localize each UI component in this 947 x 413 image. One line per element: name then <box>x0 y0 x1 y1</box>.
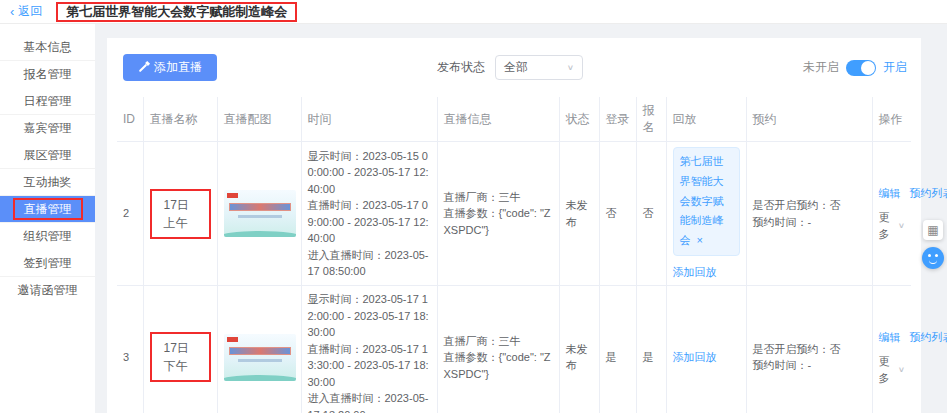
cell-reserve: 是否开启预约：否 预约时间：- <box>746 142 872 286</box>
back-button[interactable]: ‹ 返回 <box>10 3 42 20</box>
sidebar-item-basic-info[interactable]: 基本信息 <box>0 34 95 61</box>
col-info: 直播信息 <box>437 97 559 142</box>
cell-reserve: 是否开启预约：否 预约时间：- <box>746 286 872 413</box>
floating-widgets: ▦ <box>922 220 944 269</box>
table-row: 2 17日上午 显示时间：2023-05-15 00:00:00 - 2023-… <box>117 142 911 286</box>
publish-status-value: 全部 <box>504 59 528 76</box>
col-name: 直播名称 <box>143 97 217 142</box>
cell-signup: 是 <box>636 286 666 413</box>
cell-playback: 添加回放 <box>666 286 746 413</box>
playback-tag: 第七届世界智能大会数字赋能制造峰会 × <box>673 147 740 256</box>
banner-logo-icon <box>227 193 238 198</box>
cell-id: 2 <box>117 142 143 286</box>
sidebar: 基本信息 报名管理 日程管理 嘉宾管理 展区管理 互动抽奖 直播管理 组织管理 … <box>0 24 95 413</box>
col-actions: 操作 <box>872 97 911 142</box>
table-header-row: ID 直播名称 直播配图 时间 直播信息 状态 登录 报名 回放 预约 操作 <box>117 97 911 142</box>
cell-status: 未发布 <box>559 286 599 413</box>
more-dropdown[interactable]: 更多 ∨ <box>879 353 906 386</box>
cell-login: 否 <box>599 142 636 286</box>
switch-on-label: 开启 <box>883 59 907 76</box>
cell-login: 是 <box>599 286 636 413</box>
cell-actions: 编辑 预约列表 更多 ∨ <box>872 142 911 286</box>
qr-widget-button[interactable]: ▦ <box>923 220 943 240</box>
sidebar-item-checkin[interactable]: 签到管理 <box>0 250 95 277</box>
customer-service-button[interactable] <box>922 247 944 269</box>
chevron-down-icon: ∨ <box>898 220 905 232</box>
add-live-button[interactable]: 添加直播 <box>123 54 217 81</box>
live-table: ID 直播名称 直播配图 时间 直播信息 状态 登录 报名 回放 预约 操作 2 <box>117 97 911 413</box>
table-row: 3 17日下午 显示时间：2023-05-17 12:00:00 - 2023-… <box>117 286 911 413</box>
publish-status-label: 发布状态 <box>437 59 485 76</box>
edit-link[interactable]: 编辑 <box>879 329 901 346</box>
reserve-list-link[interactable]: 预约列表 <box>910 329 947 346</box>
banner-logo-icon <box>227 337 238 342</box>
sidebar-item-live-management-label: 直播管理 <box>13 198 83 220</box>
add-live-button-label: 添加直播 <box>154 59 202 76</box>
cell-status: 未发布 <box>559 142 599 286</box>
cell-time: 显示时间：2023-05-15 00:00:00 - 2023-05-17 12… <box>301 142 437 286</box>
col-status: 状态 <box>559 97 599 142</box>
topbar: ‹ 返回 第七届世界智能大会数字赋能制造峰会 <box>0 0 947 24</box>
chevron-down-icon: ∨ <box>567 63 574 72</box>
cell-signup: 否 <box>636 142 666 286</box>
chevron-down-icon: ∨ <box>898 364 905 376</box>
sidebar-item-live-management[interactable]: 直播管理 <box>0 196 95 223</box>
sidebar-item-lottery[interactable]: 互动抽奖 <box>0 169 95 196</box>
publish-status-select[interactable]: 全部 ∨ <box>495 55 583 80</box>
sidebar-item-exhibition[interactable]: 展区管理 <box>0 142 95 169</box>
cell-playback: 第七届世界智能大会数字赋能制造峰会 × 添加回放 <box>666 142 746 286</box>
cell-info: 直播厂商：三牛 直播参数：{"code": "ZXSPDC"} <box>437 142 559 286</box>
open-switch-group: 未开启 开启 <box>803 59 907 76</box>
cell-info: 直播厂商：三牛 直播参数：{"code": "ZXSPDC"} <box>437 286 559 413</box>
cell-actions: 编辑 预约列表 更多 ∨ <box>872 286 911 413</box>
live-name: 17日下午 <box>150 332 211 382</box>
publish-status-filter: 发布状态 全部 ∨ <box>437 55 583 80</box>
col-reserve: 预约 <box>746 97 872 142</box>
page-title: 第七届世界智能大会数字赋能制造峰会 <box>56 2 297 22</box>
back-label: 返回 <box>18 3 42 20</box>
reserve-list-link[interactable]: 预约列表 <box>910 185 947 202</box>
col-time: 时间 <box>301 97 437 142</box>
live-cover-thumbnail <box>224 190 296 237</box>
back-chevron-icon: ‹ <box>10 5 14 18</box>
tag-close-icon[interactable]: × <box>697 234 703 246</box>
col-login: 登录 <box>599 97 636 142</box>
sidebar-item-registration[interactable]: 报名管理 <box>0 61 95 88</box>
cell-id: 3 <box>117 286 143 413</box>
more-dropdown[interactable]: 更多 ∨ <box>879 209 906 242</box>
live-cover-thumbnail <box>224 334 296 381</box>
col-signup: 报名 <box>636 97 666 142</box>
sidebar-item-schedule[interactable]: 日程管理 <box>0 88 95 115</box>
content-card: 添加直播 发布状态 全部 ∨ 未开启 开启 <box>107 38 921 413</box>
open-toggle-switch[interactable] <box>846 60 876 76</box>
toolbar: 添加直播 发布状态 全部 ∨ 未开启 开启 <box>117 48 911 97</box>
col-playback: 回放 <box>666 97 746 142</box>
edit-link[interactable]: 编辑 <box>879 185 901 202</box>
sidebar-item-invitation[interactable]: 邀请函管理 <box>0 277 95 304</box>
col-id: ID <box>117 97 143 142</box>
add-playback-link[interactable]: 添加回放 <box>673 266 717 278</box>
live-name: 17日上午 <box>150 189 211 239</box>
add-playback-link[interactable]: 添加回放 <box>673 351 717 363</box>
col-cover: 直播配图 <box>217 97 301 142</box>
edit-icon <box>139 63 147 71</box>
cell-time: 显示时间：2023-05-17 12:00:00 - 2023-05-17 18… <box>301 286 437 413</box>
sidebar-item-guests[interactable]: 嘉宾管理 <box>0 115 95 142</box>
sidebar-item-organization[interactable]: 组织管理 <box>0 223 95 250</box>
switch-off-label: 未开启 <box>803 59 839 76</box>
